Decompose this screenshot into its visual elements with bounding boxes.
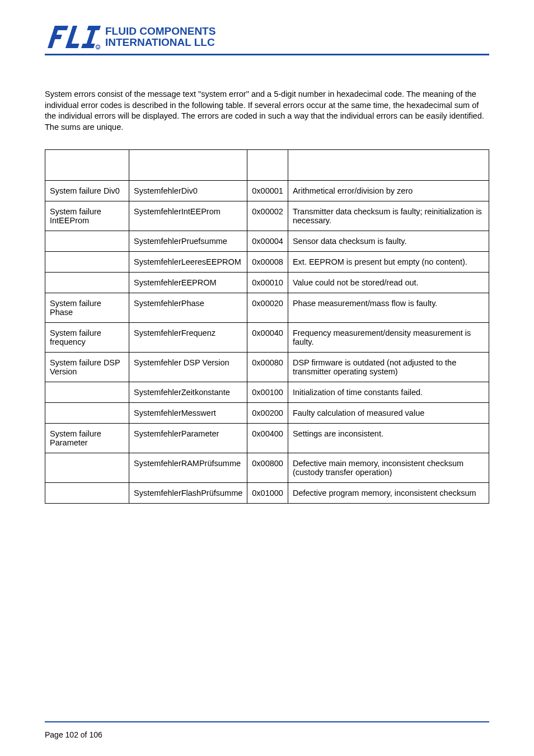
table-cell: SystemfehlerEEPROM bbox=[129, 273, 247, 293]
table-cell: 0x00010 bbox=[247, 273, 288, 293]
table-row: System failure DSP VersionSystemfehler D… bbox=[45, 353, 489, 382]
table-cell: System failure Parameter bbox=[45, 424, 129, 453]
table-cell bbox=[45, 382, 129, 403]
table-cell: Arithmetical error/division by zero bbox=[288, 181, 489, 201]
logo-text-line1: FLUID COMPONENTS bbox=[105, 25, 216, 37]
table-row: System failure frequencySystemfehlerFreq… bbox=[45, 323, 489, 353]
table-cell: SystemfehlerParameter bbox=[129, 424, 247, 453]
table-cell: 0x00400 bbox=[247, 424, 288, 453]
footer-divider bbox=[45, 721, 489, 722]
table-header-cell bbox=[129, 150, 247, 181]
table-row: SystemfehlerZeitkonstante0x00100Initiali… bbox=[45, 382, 489, 403]
table-cell: SystemfehlerZeitkonstante bbox=[129, 382, 247, 403]
company-logo: R FLUID COMPONENTS INTERNATIONAL LLC bbox=[45, 22, 224, 51]
page-header: R FLUID COMPONENTS INTERNATIONAL LLC bbox=[45, 22, 489, 51]
table-cell: System failure frequency bbox=[45, 323, 129, 353]
table-cell bbox=[45, 231, 129, 252]
table-cell bbox=[45, 453, 129, 483]
table-cell: 0x00001 bbox=[247, 181, 288, 201]
table-cell: System failure DSP Version bbox=[45, 353, 129, 382]
table-cell: System failure Phase bbox=[45, 293, 129, 323]
table-cell: Defective program memory, inconsistent c… bbox=[288, 483, 489, 504]
logo-text-line2: INTERNATIONAL LLC bbox=[105, 36, 215, 48]
table-row: SystemfehlerPruefsumme0x00004Sensor data… bbox=[45, 231, 489, 252]
table-cell: Systemfehler DSP Version bbox=[129, 353, 247, 382]
table-cell: SystemfehlerPhase bbox=[129, 293, 247, 323]
table-row: SystemfehlerLeeresEEPROM0x00008Ext. EEPR… bbox=[45, 252, 489, 273]
table-cell: Defective main memory, inconsistent chec… bbox=[288, 453, 489, 483]
table-cell bbox=[45, 483, 129, 504]
svg-rect-2 bbox=[50, 35, 62, 39]
table-header-cell bbox=[247, 150, 288, 181]
table-cell: Frequency measurement/density measuremen… bbox=[288, 323, 489, 353]
table-row: System failure PhaseSystemfehlerPhase0x0… bbox=[45, 293, 489, 323]
intro-paragraph: System errors consist of the message tex… bbox=[45, 89, 489, 133]
table-cell: 0x00800 bbox=[247, 453, 288, 483]
table-cell: 0x00040 bbox=[247, 323, 288, 353]
table-cell: 0x00002 bbox=[247, 201, 288, 231]
table-row: SystemfehlerFlashPrüfsumme0x01000Defecti… bbox=[45, 483, 489, 504]
table-cell: Ext. EEPROM is present but empty (no con… bbox=[288, 252, 489, 273]
table-cell: SystemfehlerIntEEProm bbox=[129, 201, 247, 231]
table-row: SystemfehlerEEPROM0x00010Value could not… bbox=[45, 273, 489, 293]
svg-rect-4 bbox=[65, 44, 79, 48]
table-cell: System failure IntEEProm bbox=[45, 201, 129, 231]
table-cell: SystemfehlerDiv0 bbox=[129, 181, 247, 201]
table-header-cell bbox=[288, 150, 489, 181]
table-cell: Initialization of time constants failed. bbox=[288, 382, 489, 403]
table-cell: 0x00020 bbox=[247, 293, 288, 323]
table-cell: Sensor data checksum is faulty. bbox=[288, 231, 489, 252]
table-cell: SystemfehlerMesswert bbox=[129, 403, 247, 424]
table-cell: SystemfehlerLeeresEEPROM bbox=[129, 252, 247, 273]
table-cell: 0x01000 bbox=[247, 483, 288, 504]
table-cell: System failure Div0 bbox=[45, 181, 129, 201]
table-cell bbox=[45, 252, 129, 273]
svg-text:R: R bbox=[97, 46, 99, 49]
table-header-row bbox=[45, 150, 489, 181]
table-cell bbox=[45, 403, 129, 424]
table-cell: SystemfehlerRAMPrüfsumme bbox=[129, 453, 247, 483]
table-header-cell bbox=[45, 150, 129, 181]
table-row: SystemfehlerRAMPrüfsumme0x00800Defective… bbox=[45, 453, 489, 483]
table-cell: Settings are inconsistent. bbox=[288, 424, 489, 453]
table-cell: 0x00080 bbox=[247, 353, 288, 382]
table-cell: 0x00100 bbox=[247, 382, 288, 403]
table-cell: SystemfehlerFrequenz bbox=[129, 323, 247, 353]
table-cell bbox=[45, 273, 129, 293]
table-cell: Phase measurement/mass flow is faulty. bbox=[288, 293, 489, 323]
table-cell: SystemfehlerPruefsumme bbox=[129, 231, 247, 252]
table-cell: DSP firmware is outdated (not adjusted t… bbox=[288, 353, 489, 382]
table-cell: 0x00200 bbox=[247, 403, 288, 424]
table-cell: 0x00008 bbox=[247, 252, 288, 273]
table-cell: Value could not be stored/read out. bbox=[288, 273, 489, 293]
table-row: System failure IntEEPromSystemfehlerIntE… bbox=[45, 201, 489, 231]
table-cell: Faulty calculation of measured value bbox=[288, 403, 489, 424]
table-cell: Transmitter data checksum is faulty; rei… bbox=[288, 201, 489, 231]
header-divider bbox=[45, 54, 489, 55]
table-cell: SystemfehlerFlashPrüfsumme bbox=[129, 483, 247, 504]
table-cell: 0x00004 bbox=[247, 231, 288, 252]
table-row: SystemfehlerMesswert0x00200Faulty calcul… bbox=[45, 403, 489, 424]
error-code-table: System failure Div0SystemfehlerDiv00x000… bbox=[45, 149, 489, 504]
table-row: System failure Div0SystemfehlerDiv00x000… bbox=[45, 181, 489, 201]
table-row: System failure ParameterSystemfehlerPara… bbox=[45, 424, 489, 453]
page-number: Page 102 of 106 bbox=[45, 730, 102, 739]
